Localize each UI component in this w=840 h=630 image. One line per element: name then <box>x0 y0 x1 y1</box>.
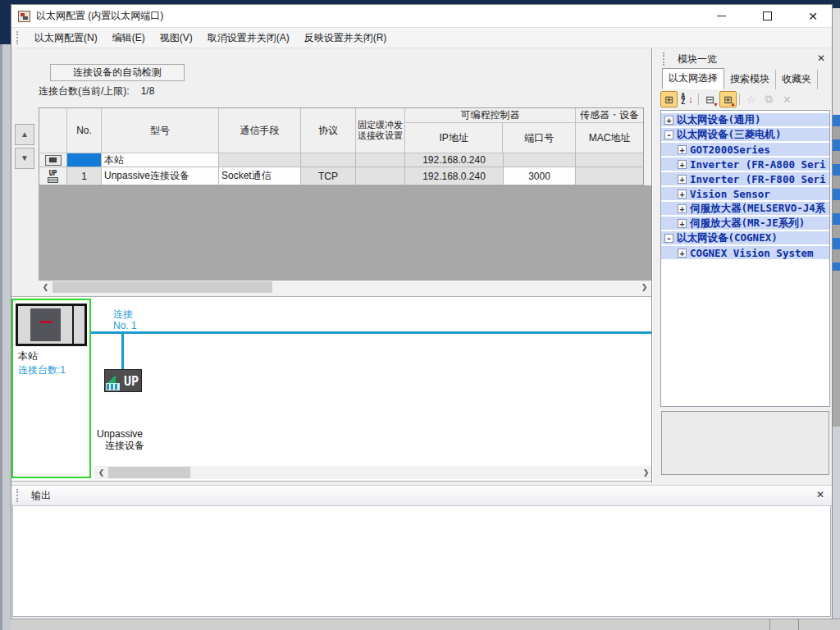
unpassive-device-node[interactable]: UP <box>104 369 142 392</box>
minimize-button[interactable] <box>709 7 733 25</box>
cell-host-mac[interactable] <box>576 153 643 167</box>
toolbar-separator <box>698 94 699 105</box>
expander-icon[interactable]: + <box>678 249 687 258</box>
panel-grip <box>663 52 667 66</box>
cell-host-fixed[interactable] <box>356 153 405 167</box>
scrollbar-thumb[interactable] <box>108 467 190 478</box>
tree-view-icon[interactable]: ⊞ <box>660 91 678 107</box>
module-preview-box <box>661 411 829 475</box>
module-panel-title: 模块一览 <box>678 52 815 66</box>
module-tree: +以太网设备(通用) -以太网设备(三菱电机) +GOT2000Series +… <box>660 110 830 407</box>
move-row-up-button[interactable]: ▲ <box>15 124 34 145</box>
tree-item-ethernet-mitsubishi[interactable]: -以太网设备(三菱电机) <box>661 128 829 141</box>
move-row-down-button[interactable]: ▼ <box>15 148 34 169</box>
table-row-device[interactable]: UP 1 Unpassive连接设备 Socket通信 TCP 192.168.… <box>39 167 643 185</box>
tree-item-inverter-frf800[interactable]: +Inverter (FR-F800 Seri <box>661 172 829 185</box>
expand-all-icon[interactable]: ⊞▲ <box>719 91 737 107</box>
close-button[interactable]: ✕ <box>801 7 825 25</box>
drop-line <box>121 334 124 369</box>
table-header-row: No. 型号 通信手段 协议 固定缓冲发送接收设置 可编程控制器 IP地址 端口… <box>39 108 643 153</box>
scrollbar-thumb[interactable] <box>52 281 272 293</box>
tree-item-servo-melservo-j4[interactable]: +伺服放大器(MELSERVO-J4系 <box>661 202 829 215</box>
expander-icon[interactable]: + <box>678 145 687 154</box>
header-port: 端口号 <box>503 123 575 153</box>
header-model: 型号 <box>102 108 219 153</box>
tree-item-got2000[interactable]: +GOT2000Series <box>661 143 829 156</box>
host-row-icon[interactable] <box>39 153 67 167</box>
header-icon-col <box>39 108 67 153</box>
expander-icon[interactable]: + <box>678 219 687 228</box>
header-comm: 通信手段 <box>219 108 301 153</box>
expander-icon[interactable]: + <box>678 204 687 213</box>
menu-ethernet-config[interactable]: 以太网配置(N) <box>27 28 105 48</box>
header-plc-group: 可编程控制器 IP地址 端口号 <box>405 108 576 153</box>
collapse-all-icon[interactable]: ⊟▼ <box>701 91 719 107</box>
cell-host-ip[interactable]: 192.168.0.240 <box>405 153 504 167</box>
expander-icon[interactable]: + <box>664 116 673 125</box>
menu-apply-close[interactable]: 反映设置并关闭(R) <box>297 28 395 48</box>
tree-item-vision-sensor[interactable]: +Vision Sensor <box>661 187 829 200</box>
host-station-label: 本站 <box>18 349 89 363</box>
cell-host-model[interactable]: 本站 <box>102 153 219 167</box>
tree-item-ethernet-cognex[interactable]: -以太网设备(COGNEX) <box>661 231 829 244</box>
background-app-right-edge <box>833 0 840 630</box>
cell-dev-ip[interactable]: 192.168.0.240 <box>405 167 504 185</box>
cell-dev-fixed[interactable] <box>356 167 405 185</box>
connection-number: No. 1 <box>113 320 137 331</box>
output-panel-body <box>12 506 831 617</box>
tree-item-inverter-fra800[interactable]: +Inverter (FR-A800 Seri <box>661 158 829 171</box>
tree-item-servo-mrje[interactable]: +伺服放大器(MR-JE系列) <box>661 217 829 230</box>
menu-cancel-close[interactable]: 取消设置并关闭(A) <box>200 28 297 48</box>
sort-az-icon[interactable]: AZ↓ <box>678 91 696 107</box>
expander-icon[interactable]: - <box>664 130 673 139</box>
cell-host-comm[interactable] <box>219 153 301 167</box>
cell-dev-port[interactable]: 3000 <box>504 167 576 185</box>
maximize-button[interactable] <box>755 7 779 25</box>
expander-icon[interactable]: - <box>664 234 673 243</box>
device-view-scrollbar[interactable]: ❮ ❯ <box>94 466 653 479</box>
connection-label: 连接 <box>113 308 137 320</box>
module-panel-close-icon[interactable]: ✕ <box>815 52 828 66</box>
connection-count-value: 1/8 <box>141 85 155 97</box>
cell-host-no[interactable] <box>67 153 102 167</box>
device-chip-icon <box>106 383 120 390</box>
tab-ethernet-selection[interactable]: 以太网选择 <box>662 68 724 89</box>
expander-icon[interactable]: + <box>678 175 687 184</box>
output-panel-close-icon[interactable]: ✕ <box>814 489 827 502</box>
cell-host-protocol[interactable] <box>301 153 356 167</box>
header-plc-label: 可编程控制器 <box>405 108 575 123</box>
output-panel: 输出 ✕ <box>11 485 832 618</box>
window-title: 以太网配置 (内置以太网端口) <box>36 9 163 23</box>
cell-dev-no[interactable]: 1 <box>67 167 102 185</box>
cell-dev-mac[interactable] <box>576 167 643 185</box>
cell-dev-comm[interactable]: Socket通信 <box>219 167 301 185</box>
ethernet-config-dialog: 以太网配置 (内置以太网端口) ✕ 以太网配置(N) 编辑(E) 视图(V) 取… <box>11 4 833 619</box>
header-mac: MAC地址 <box>576 123 643 153</box>
module-panel-header: 模块一览 ✕ <box>660 50 831 68</box>
table-row-host[interactable]: 本站 192.168.0.240 <box>39 153 643 167</box>
tab-search-module[interactable]: 搜索模块 <box>724 70 776 89</box>
scroll-right-icon[interactable]: ❯ <box>637 281 651 294</box>
menu-view[interactable]: 视图(V) <box>153 28 200 48</box>
grid-horizontal-scrollbar[interactable]: ❮ ❯ <box>39 281 651 294</box>
delete-icon: ✕ <box>778 91 796 107</box>
menu-edit[interactable]: 编辑(E) <box>105 28 153 48</box>
expander-icon[interactable]: + <box>678 189 687 199</box>
panel-splitter[interactable] <box>651 48 653 483</box>
module-panel-tabs: 以太网选择 搜索模块 收藏夹 <box>660 68 831 89</box>
cell-host-port[interactable] <box>504 153 576 167</box>
device-row-icon[interactable]: UP <box>39 167 67 185</box>
scroll-left-icon[interactable]: ❮ <box>39 281 52 294</box>
expander-icon[interactable]: + <box>678 160 687 169</box>
cell-dev-protocol[interactable]: TCP <box>301 167 356 185</box>
scroll-left-icon[interactable]: ❮ <box>94 466 108 479</box>
auto-detect-button[interactable]: 连接设备的自动检测 <box>50 64 185 81</box>
unpassive-device-icon: UP <box>48 170 58 183</box>
unpassive-device-label: Unpassive 连接设备 <box>97 428 166 451</box>
favorite-star-icon: ☆ <box>742 91 760 107</box>
host-station-box[interactable]: 本站 连接台数:1 <box>11 299 91 478</box>
tab-favorites[interactable]: 收藏夹 <box>776 70 818 89</box>
tree-item-ethernet-generic[interactable]: +以太网设备(通用) <box>661 113 829 126</box>
cell-dev-model[interactable]: Unpassive连接设备 <box>102 167 219 185</box>
tree-item-cognex-vision[interactable]: +COGNEX Vision System <box>661 246 829 259</box>
